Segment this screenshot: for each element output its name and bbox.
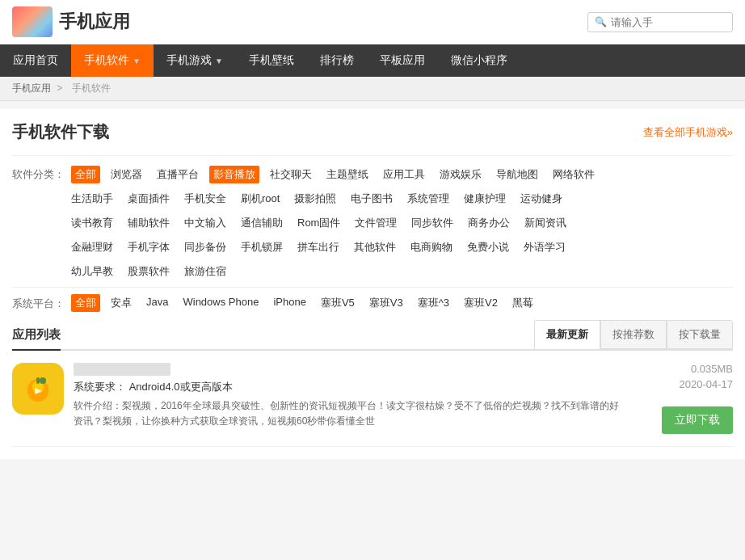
platform-tag-all[interactable]: 全部 xyxy=(71,294,100,312)
app-list-title: 应用列表 xyxy=(12,321,61,351)
platform-tag-symbian-3[interactable]: 塞班^3 xyxy=(414,294,453,312)
category-tag-stock[interactable]: 股票软件 xyxy=(124,263,174,280)
logo-area: 手机应用 xyxy=(12,6,130,37)
category-tag-sport[interactable]: 运动健身 xyxy=(516,190,566,208)
category-tag-finance[interactable]: 金融理财 xyxy=(67,238,117,256)
category-tag-backup[interactable]: 同步备份 xyxy=(180,238,230,256)
category-tag-system[interactable]: 系统管理 xyxy=(403,190,453,208)
nav-item-software[interactable]: 手机软件 ▼ xyxy=(71,44,154,77)
main-content: 手机软件下载 查看全部手机游戏» 软件分类： 全部 浏览器 直播平台 影音播放 … xyxy=(0,109,745,459)
page-title-row: 手机软件下载 查看全部手机游戏» xyxy=(12,121,733,143)
tab-recommended[interactable]: 按推荐数 xyxy=(600,320,667,349)
download-button[interactable]: 立即下载 xyxy=(662,406,733,434)
breadcrumb-separator: > xyxy=(57,82,65,94)
category-tag-input[interactable]: 中文输入 xyxy=(180,214,230,232)
category-tag-life[interactable]: 生活助手 xyxy=(67,190,117,208)
category-tag-browser[interactable]: 浏览器 xyxy=(107,166,146,183)
nav-item-games[interactable]: 手机游戏 ▼ xyxy=(154,44,236,77)
platform-tag-winphone[interactable]: Windows Phone xyxy=(179,294,263,312)
category-tag-rom[interactable]: Rom固件 xyxy=(293,214,344,232)
category-tag-aux[interactable]: 辅助软件 xyxy=(124,214,174,232)
app-info: 系统要求： Android4.0或更高版本 软件介绍：梨视频，2016年全球最具… xyxy=(74,363,626,429)
category-tag-office[interactable]: 商务办公 xyxy=(464,214,514,232)
app-list-header: 应用列表 最新更新 按推荐数 按下载量 xyxy=(12,320,733,351)
category-tag-news[interactable]: 新闻资讯 xyxy=(520,214,570,232)
category-tag-tools[interactable]: 应用工具 xyxy=(379,166,429,183)
search-icon: 🔍 xyxy=(595,16,607,27)
app-date: 2020-04-17 xyxy=(680,378,734,390)
app-size-date: 0.035MB 2020-04-17 xyxy=(680,363,734,390)
category-row-5: 幼儿早教 股票软件 旅游住宿 xyxy=(12,263,733,280)
category-tag-novel[interactable]: 免费小说 xyxy=(463,238,513,256)
breadcrumb-home[interactable]: 手机应用 xyxy=(12,82,51,94)
category-tag-gaming[interactable]: 游戏娱乐 xyxy=(436,166,486,183)
app-icon xyxy=(12,363,64,415)
category-tag-social[interactable]: 社交聊天 xyxy=(266,166,316,183)
app-name-row xyxy=(74,363,626,376)
category-label-spacer4 xyxy=(12,263,61,264)
category-tag-navi[interactable]: 导航地图 xyxy=(492,166,542,183)
platform-tag-symbian-v3[interactable]: 塞班V3 xyxy=(365,294,407,312)
category-row-1: 软件分类： 全部 浏览器 直播平台 影音播放 社交聊天 主题壁纸 应用工具 游戏… xyxy=(12,166,733,183)
category-tag-travel[interactable]: 旅游住宿 xyxy=(180,263,230,280)
platform-tag-iphone[interactable]: iPhone xyxy=(269,294,309,312)
category-tag-security[interactable]: 手机安全 xyxy=(180,190,230,208)
category-label: 软件分类： xyxy=(12,166,65,182)
category-tag-filemanager[interactable]: 文件管理 xyxy=(351,214,401,232)
category-tag-kids[interactable]: 幼儿早教 xyxy=(67,263,117,280)
category-tags-row3: 读书教育 辅助软件 中文输入 通信辅助 Rom固件 文件管理 同步软件 商务办公… xyxy=(67,214,570,232)
category-tag-desktop[interactable]: 桌面插件 xyxy=(124,190,174,208)
category-tag-language[interactable]: 外语学习 xyxy=(520,238,570,256)
category-tag-health[interactable]: 健康护理 xyxy=(460,190,510,208)
nav-item-ranking[interactable]: 排行榜 xyxy=(307,44,367,77)
platform-tag-blackberry[interactable]: 黑莓 xyxy=(508,294,537,312)
category-tags-row5: 幼儿早教 股票软件 旅游住宿 xyxy=(67,263,230,280)
header: 手机应用 🔍 xyxy=(0,0,745,44)
category-tags-row1: 全部 浏览器 直播平台 影音播放 社交聊天 主题壁纸 应用工具 游戏娱乐 导航地… xyxy=(71,166,599,183)
platform-tag-java[interactable]: Java xyxy=(142,294,172,312)
software-category-filter: 软件分类： 全部 浏览器 直播平台 影音播放 社交聊天 主题壁纸 应用工具 游戏… xyxy=(12,155,733,280)
app-list-section: 应用列表 最新更新 按推荐数 按下载量 xyxy=(12,320,733,447)
logo-icon xyxy=(12,6,53,37)
category-tag-font[interactable]: 手机字体 xyxy=(124,238,174,256)
tab-latest[interactable]: 最新更新 xyxy=(534,320,600,349)
category-row-4: 金融理财 手机字体 同步备份 手机锁屏 拼车出行 其他软件 电商购物 免费小说 … xyxy=(12,238,733,256)
category-tag-other[interactable]: 其他软件 xyxy=(350,238,400,256)
category-tag-sync[interactable]: 同步软件 xyxy=(407,214,457,232)
category-label-spacer xyxy=(12,190,61,192)
category-row-3: 读书教育 辅助软件 中文输入 通信辅助 Rom固件 文件管理 同步软件 商务办公… xyxy=(12,214,733,232)
search-input[interactable] xyxy=(611,16,724,28)
platform-tag-symbian-v5[interactable]: 塞班V5 xyxy=(317,294,359,312)
category-tag-shopping[interactable]: 电商购物 xyxy=(406,238,457,256)
category-tag-all[interactable]: 全部 xyxy=(71,166,100,183)
platform-tag-symbian-v2[interactable]: 塞班V2 xyxy=(460,294,502,312)
breadcrumb-current: 手机软件 xyxy=(72,82,111,94)
category-tag-reading[interactable]: 读书教育 xyxy=(67,214,117,232)
category-tag-carpool[interactable]: 拼车出行 xyxy=(293,238,343,256)
category-tag-video[interactable]: 影音播放 xyxy=(209,166,259,183)
app-description: 软件介绍：梨视频，2016年全球最具突破性、创新性的资讯短视频平台！读文字很枯燥… xyxy=(74,398,626,429)
view-all-link[interactable]: 查看全部手机游戏» xyxy=(643,125,733,140)
app-list-tabs: 最新更新 按推荐数 按下载量 xyxy=(534,320,733,349)
category-tag-photo[interactable]: 摄影拍照 xyxy=(290,190,340,208)
category-tag-network[interactable]: 网络软件 xyxy=(549,166,599,183)
category-tag-root[interactable]: 刷机root xyxy=(237,190,284,208)
search-box[interactable]: 🔍 xyxy=(587,12,733,32)
nav-item-tablet[interactable]: 平板应用 xyxy=(367,44,438,77)
category-tag-ebook[interactable]: 电子图书 xyxy=(347,190,397,208)
page-title: 手机软件下载 xyxy=(12,121,109,143)
category-tag-comm[interactable]: 通信辅助 xyxy=(237,214,287,232)
platform-label: 系统平台： xyxy=(12,295,65,311)
tab-downloads[interactable]: 按下载量 xyxy=(667,320,733,349)
category-tag-lockscreen[interactable]: 手机锁屏 xyxy=(237,238,287,256)
category-tag-live[interactable]: 直播平台 xyxy=(153,166,203,183)
nav-item-home[interactable]: 应用首页 xyxy=(0,44,71,77)
app-system-req: 系统要求： Android4.0或更高版本 xyxy=(74,380,626,394)
table-row: 系统要求： Android4.0或更高版本 软件介绍：梨视频，2016年全球最具… xyxy=(12,351,733,447)
nav-item-miniprogram[interactable]: 微信小程序 xyxy=(438,44,520,77)
category-tags-row2: 生活助手 桌面插件 手机安全 刷机root 摄影拍照 电子图书 系统管理 健康护… xyxy=(67,190,566,208)
category-tag-wallpaper[interactable]: 主题壁纸 xyxy=(322,166,372,183)
svg-point-4 xyxy=(40,377,46,384)
platform-tag-android[interactable]: 安卓 xyxy=(107,294,136,312)
nav-item-wallpaper[interactable]: 手机壁纸 xyxy=(236,44,307,77)
